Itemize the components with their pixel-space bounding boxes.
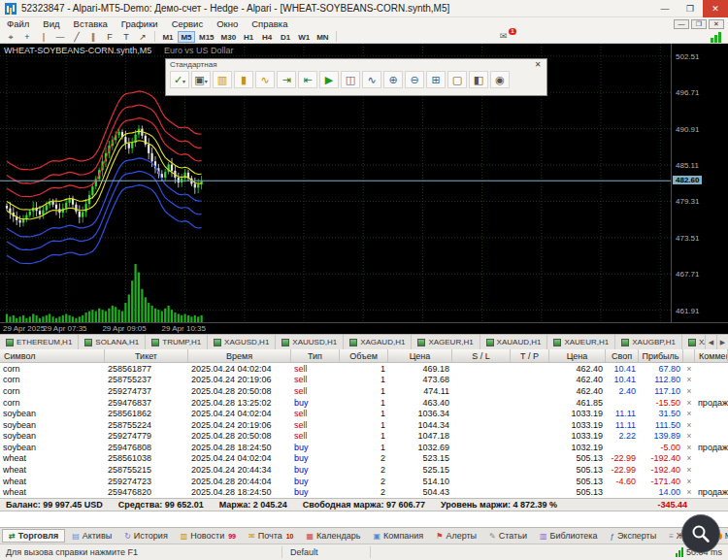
toolbox-tab[interactable]: ✎Статьи: [483, 530, 533, 542]
close-position-button[interactable]: ×: [683, 431, 695, 441]
floating-toolbar-standard[interactable]: Стандартная ✕ ✓▾▣▾▥▮∿⇥⇤▶◫∿⊕⊖⊞▢◧◉: [165, 58, 547, 96]
toolbox-tab[interactable]: ▥Библиотека: [534, 530, 604, 542]
mdi-close-button[interactable]: ✕: [709, 19, 724, 29]
candlestick-chart-icon[interactable]: ▮: [234, 71, 253, 88]
close-position-button[interactable]: ×: [683, 375, 695, 384]
column-header[interactable]: [683, 349, 695, 362]
floating-toolbar-close-icon[interactable]: ✕: [533, 60, 543, 69]
autoscroll-icon[interactable]: ⇥: [277, 71, 296, 88]
timeframe-m1-button[interactable]: M1: [159, 31, 177, 43]
menu-item[interactable]: Окно: [210, 17, 245, 30]
column-header[interactable]: Время: [188, 349, 291, 362]
toolbox-tab[interactable]: ▣Компания: [367, 530, 429, 542]
close-position-button[interactable]: ×: [683, 386, 695, 396]
toolbox-tab[interactable]: ▥Новости99: [175, 530, 242, 542]
close-button[interactable]: ✕: [703, 0, 728, 17]
chart-tab[interactable]: XAGUSD,H1: [208, 335, 276, 349]
line-chart-icon[interactable]: ∿: [255, 71, 275, 88]
toolbox-tab[interactable]: ✉Почта10: [243, 530, 300, 542]
time-axis[interactable]: 29 Apr 202529 Apr 07:3529 Apr 09:0529 Ap…: [0, 322, 728, 334]
close-position-button[interactable]: ×: [683, 443, 695, 452]
chart-tab[interactable]: XAUUSD,H1: [276, 335, 344, 349]
chart-tab[interactable]: XAUAUD,H1: [480, 335, 548, 349]
chart-tab[interactable]: XAUEUR,H1: [547, 335, 615, 349]
column-header[interactable]: Тикет: [105, 349, 188, 362]
position-row[interactable]: corn2587552372025.04.24 20:19:06sell1473…: [0, 375, 728, 386]
indicators-icon[interactable]: ∿: [362, 71, 381, 88]
screenshot-icon[interactable]: ◉: [490, 71, 510, 88]
timeframe-h4-button[interactable]: H4: [258, 31, 276, 43]
new-window-icon[interactable]: ▢: [447, 71, 467, 88]
chart-tab[interactable]: SOLANA,H1: [79, 335, 146, 349]
position-row[interactable]: wheat2594768202025.04.28 18:24:50buy2504…: [0, 486, 728, 498]
crosshair-icon[interactable]: +: [19, 31, 35, 43]
position-row[interactable]: soybean2587552242025.04.24 20:19:06sell1…: [0, 419, 728, 431]
menu-item[interactable]: Вид: [36, 17, 66, 30]
position-row[interactable]: soybean2594768082025.04.28 18:24:50buy11…: [0, 442, 728, 453]
bars-chart-icon[interactable]: ▥: [213, 71, 232, 88]
tabs-scroll-right-icon[interactable]: ▶: [716, 335, 728, 349]
menu-item[interactable]: Графики: [115, 17, 165, 30]
cursor-icon[interactable]: ⌖: [3, 31, 18, 43]
toolbox-tab[interactable]: ⚑Алерты: [430, 530, 482, 542]
toolbox-tab[interactable]: ▦Календарь: [300, 530, 366, 542]
close-position-button[interactable]: ×: [683, 465, 695, 475]
chart-plot[interactable]: WHEAT-SOYBEANS-CORN.synth,M5 Euro vs US …: [0, 44, 728, 334]
tile-windows-icon[interactable]: ⊞: [426, 71, 446, 88]
column-header[interactable]: S / L: [452, 349, 511, 362]
close-position-button[interactable]: ×: [683, 487, 695, 497]
column-header[interactable]: Прибыль: [639, 349, 683, 362]
position-row[interactable]: soybean2592747792025.04.28 20:50:08sell1…: [0, 430, 728, 442]
position-row[interactable]: soybean2585618622025.04.24 04:02:04sell1…: [0, 408, 728, 419]
horizontal-line-icon[interactable]: —: [52, 31, 68, 43]
close-position-button[interactable]: ×: [683, 453, 695, 463]
close-position-button[interactable]: ×: [683, 420, 695, 430]
data-window-icon[interactable]: ◧: [469, 71, 488, 88]
position-row[interactable]: wheat2585610382025.04.24 04:02:04buy2523…: [0, 453, 728, 465]
chart-tab[interactable]: TRUMP,H1: [146, 335, 208, 349]
chart-tab[interactable]: XAUGBP,H1: [615, 335, 682, 349]
chart-tab[interactable]: XAGAUD,H1: [344, 335, 412, 349]
zoom-in-icon[interactable]: ⊕: [383, 71, 403, 88]
timeframe-h1-button[interactable]: H1: [240, 31, 257, 43]
menu-item[interactable]: Сервис: [165, 17, 211, 30]
column-header[interactable]: Объем: [340, 349, 388, 362]
menu-item[interactable]: Файл: [0, 17, 36, 30]
vertical-line-icon[interactable]: |: [36, 31, 51, 43]
column-header[interactable]: Комментарий: [695, 349, 728, 362]
mail-icon[interactable]: ✉1: [496, 31, 512, 43]
timeframe-mn-button[interactable]: MN: [314, 31, 331, 43]
zoom-out-icon[interactable]: ⊖: [405, 71, 424, 88]
status-profile[interactable]: Default: [282, 547, 370, 557]
fibonacci-icon[interactable]: F: [102, 31, 117, 43]
new-order-icon[interactable]: ✓▾: [170, 71, 189, 88]
algo-trading-icon[interactable]: ▶: [319, 71, 339, 88]
chart-tab[interactable]: XAGEUR,H1: [412, 335, 480, 349]
timeframe-w1-button[interactable]: W1: [295, 31, 313, 43]
close-position-button[interactable]: ×: [683, 409, 695, 418]
price-axis[interactable]: 502.51496.71490.91485.11479.31473.51467.…: [671, 44, 728, 322]
text-label-icon[interactable]: T: [118, 31, 134, 43]
column-header[interactable]: Символ: [0, 349, 105, 362]
position-row[interactable]: wheat2587552152025.04.24 20:44:34buy2525…: [0, 464, 728, 476]
close-position-button[interactable]: ×: [683, 477, 695, 486]
position-row[interactable]: corn2594768372025.04.28 13:25:02buy1463.…: [0, 397, 728, 409]
arrows-icon[interactable]: ↗: [135, 31, 150, 43]
close-position-button[interactable]: ×: [683, 364, 695, 374]
timeframe-m15-button[interactable]: M15: [196, 31, 217, 43]
tabs-scroll-left-icon[interactable]: ◀: [705, 335, 716, 349]
timeframe-m30-button[interactable]: M30: [218, 31, 240, 43]
mdi-minimize-button[interactable]: —: [674, 19, 689, 29]
toolbox-tab[interactable]: ⇄Торговля: [2, 529, 65, 543]
toolbox-tab[interactable]: ƒЭксперты: [604, 530, 662, 542]
chart-tab[interactable]: ETHEREUM,H1: [0, 335, 79, 349]
close-position-button[interactable]: ×: [683, 398, 695, 408]
minimize-button[interactable]: —: [652, 0, 678, 17]
column-header[interactable]: T / P: [511, 349, 549, 362]
market-data-icon[interactable]: [711, 31, 725, 43]
chart-tab[interactable]: XAUJPY,H1: [682, 335, 705, 349]
menu-item[interactable]: Вставка: [67, 17, 115, 30]
mdi-restore-button[interactable]: ❐: [691, 19, 707, 29]
position-row[interactable]: corn2592747372025.04.28 20:50:08sell1474…: [0, 385, 728, 397]
new-chart-icon[interactable]: ▣▾: [191, 71, 211, 88]
